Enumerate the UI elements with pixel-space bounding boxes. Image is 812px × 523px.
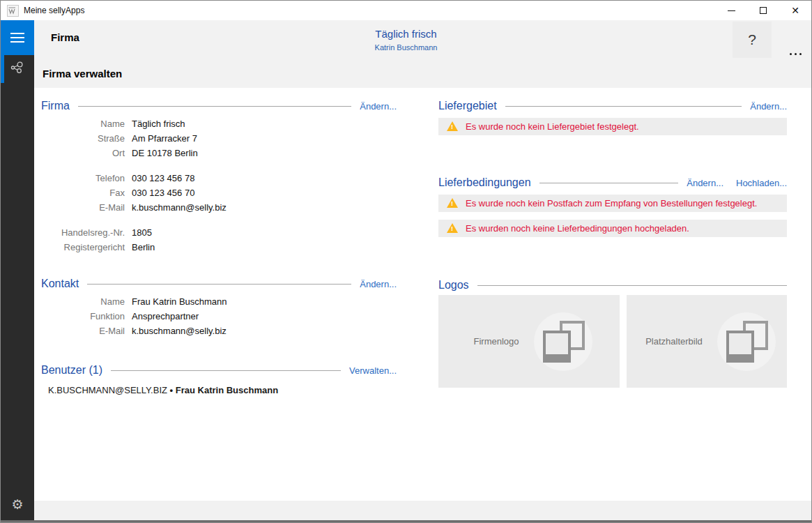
warning-liefergebiet: ! Es wurde noch kein Liefergebiet festge… bbox=[438, 118, 787, 135]
warning-triangle-icon: ! bbox=[447, 121, 458, 131]
separator: • bbox=[170, 385, 174, 395]
section-title-logos: Logos bbox=[438, 279, 469, 291]
divider bbox=[505, 106, 742, 107]
column-left: Firma Ändern... NameTäglich frisch Straß… bbox=[41, 88, 397, 395]
divider bbox=[111, 370, 341, 371]
close-button[interactable]: ✕ bbox=[779, 1, 811, 20]
section-title-benutzer: Benutzer (1) bbox=[41, 364, 102, 377]
warning-triangle-icon: ! bbox=[447, 198, 458, 208]
sidebar-item-network[interactable] bbox=[1, 55, 34, 83]
company-user: Katrin Buschmann bbox=[34, 43, 778, 52]
section-liefergebiet: Liefergebiet Ändern... ! Es wurde noch k… bbox=[438, 99, 787, 135]
subheader-title: Firma verwalten bbox=[43, 68, 122, 79]
gear-icon: ⚙ bbox=[11, 498, 23, 511]
firma-change-link[interactable]: Ändern... bbox=[360, 101, 397, 112]
help-icon: ? bbox=[748, 31, 756, 48]
section-title-liefergebiet: Liefergebiet bbox=[438, 100, 497, 112]
liefergebiet-change-link[interactable]: Ändern... bbox=[750, 101, 787, 112]
section-lieferbedingungen: Lieferbedingungen Ändern... Hochladen...… bbox=[438, 176, 787, 237]
minimize-button[interactable] bbox=[715, 1, 747, 20]
maximize-button[interactable] bbox=[747, 1, 779, 20]
ellipsis-icon bbox=[790, 53, 792, 55]
maximize-icon bbox=[760, 7, 767, 14]
titlebar: Meine sellyApps ✕ bbox=[1, 1, 811, 20]
divider bbox=[539, 183, 679, 183]
close-icon: ✕ bbox=[791, 6, 799, 15]
section-title-firma: Firma bbox=[41, 100, 70, 112]
header: Firma Täglich frisch Katrin Buschmann ? … bbox=[34, 20, 811, 88]
section-logos: Logos Firmenlogo Platzhalterbild bbox=[438, 278, 787, 388]
more-options-button[interactable] bbox=[790, 53, 802, 55]
placeholder-label: Platzhalterbild bbox=[645, 336, 703, 347]
status-bar bbox=[34, 501, 811, 520]
user-list-item: K.BUSCHMANN@SELLY.BIZ • Frau Katrin Busc… bbox=[41, 385, 397, 395]
section-kontakt: Kontakt Ändern... NameFrau Katrin Buschm… bbox=[41, 277, 397, 338]
field-row: OrtDE 10178 Berlin bbox=[41, 146, 397, 160]
divider bbox=[87, 284, 351, 285]
placeholder-label: Firmenlogo bbox=[473, 336, 519, 347]
sidebar: ⚙ bbox=[1, 20, 34, 520]
divider bbox=[477, 285, 787, 286]
benutzer-manage-link[interactable]: Verwalten... bbox=[349, 365, 397, 376]
warning-text: Es wurde noch kein Liefergebiet festgele… bbox=[466, 121, 639, 132]
section-title-lieferbedingungen: Lieferbedingungen bbox=[438, 176, 531, 189]
help-button[interactable]: ? bbox=[733, 22, 772, 58]
warning-upload: ! Es wurden noch keine Lieferbedingungen… bbox=[438, 220, 787, 237]
field-row: E-Mailk.buschmann@selly.biz bbox=[41, 200, 397, 215]
app-window: Meine sellyApps ✕ ⚙ bbox=[0, 0, 812, 523]
field-row: NameTäglich frisch bbox=[41, 116, 397, 131]
company-name: Täglich frisch bbox=[34, 28, 778, 40]
window-controls: ✕ bbox=[715, 1, 811, 20]
field-row: RegistergerichtBerlin bbox=[41, 240, 397, 255]
field-row: Telefon030 123 456 78 bbox=[41, 171, 397, 185]
hamburger-menu-button[interactable] bbox=[1, 20, 34, 55]
user-name: Frau Katrin Buschmann bbox=[176, 385, 278, 395]
warning-text: Es wurde noch kein Postfach zum Empfang … bbox=[466, 198, 757, 209]
section-benutzer: Benutzer (1) Verwalten... K.BUSCHMANN@SE… bbox=[41, 363, 397, 395]
field-row: Fax030 123 456 70 bbox=[41, 185, 397, 200]
lieferbedingungen-change-link[interactable]: Ändern... bbox=[687, 178, 723, 188]
hamburger-icon bbox=[10, 37, 24, 38]
divider bbox=[78, 106, 351, 107]
field-row: StraßeAm Pfarracker 7 bbox=[41, 131, 397, 146]
warning-text: Es wurden noch keine Lieferbedingungen h… bbox=[466, 223, 689, 234]
company-block[interactable]: Täglich frisch Katrin Buschmann bbox=[34, 28, 778, 52]
section-firma: Firma Ändern... NameTäglich frisch Straß… bbox=[41, 99, 397, 255]
kontakt-change-link[interactable]: Ändern... bbox=[360, 279, 397, 289]
image-placeholder-icon bbox=[542, 321, 585, 363]
column-right: Liefergebiet Ändern... ! Es wurde noch k… bbox=[438, 88, 787, 388]
user-email: K.BUSCHMANN@SELLY.BIZ bbox=[48, 385, 167, 395]
field-row: FunktionAnsprechpartner bbox=[41, 309, 397, 324]
field-row: NameFrau Katrin Buschmann bbox=[41, 294, 397, 309]
company-logo-placeholder[interactable]: Firmenlogo bbox=[438, 295, 620, 388]
app-logo-icon bbox=[7, 5, 19, 17]
share-network-icon bbox=[9, 59, 26, 79]
content: Firma Ändern... NameTäglich frisch Straß… bbox=[34, 88, 811, 501]
lieferbedingungen-upload-link[interactable]: Hochladen... bbox=[736, 178, 787, 188]
warning-triangle-icon: ! bbox=[447, 223, 458, 233]
image-placeholder-icon bbox=[725, 321, 768, 363]
window-title: Meine sellyApps bbox=[24, 6, 84, 15]
sidebar-item-settings[interactable]: ⚙ bbox=[1, 492, 34, 516]
field-row: E-Mailk.buschmann@selly.biz bbox=[41, 324, 397, 338]
minimize-icon bbox=[728, 10, 735, 11]
window-bottom-edge bbox=[1, 520, 811, 522]
placeholder-image-placeholder[interactable]: Platzhalterbild bbox=[627, 295, 787, 388]
field-row: Handelsreg.-Nr.1805 bbox=[41, 225, 397, 240]
warning-postfach: ! Es wurde noch kein Postfach zum Empfan… bbox=[438, 195, 787, 212]
section-title-kontakt: Kontakt bbox=[41, 278, 79, 290]
